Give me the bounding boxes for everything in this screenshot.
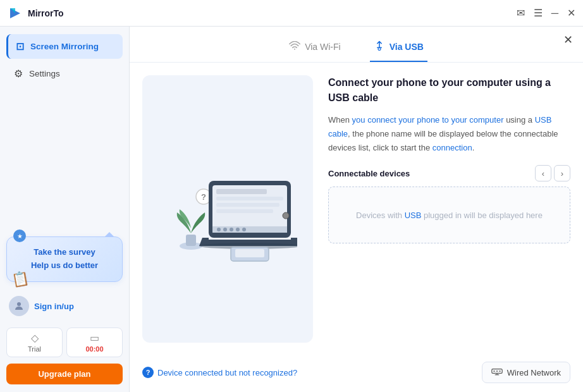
survey-deco-icon: 📋 [11, 270, 30, 289]
svg-point-21 [283, 212, 289, 219]
content-close-button[interactable]: ✕ [563, 34, 573, 46]
usb-illustration: ? [158, 152, 297, 266]
mail-icon[interactable]: ✉ [517, 8, 525, 18]
wired-network-button[interactable]: Wired Network [482, 362, 570, 383]
timer-value: 00:00 [85, 345, 103, 353]
tabs-bar: Via Wi-Fi Via USB ✕ [130, 27, 583, 63]
svg-rect-27 [496, 371, 498, 372]
sidebar-item-settings-label: Settings [29, 69, 60, 78]
tab-wifi[interactable]: Via Wi-Fi [285, 36, 345, 61]
timer-stat-box: ▭ 00:00 [66, 328, 123, 357]
svg-point-18 [230, 228, 233, 231]
not-recognized-link[interactable]: ? Device connected but not recognized? [142, 367, 297, 378]
connectable-label: Connectable devices [328, 169, 535, 178]
device-list: Devices with USB plugged in will be disp… [328, 187, 570, 243]
svg-rect-13 [216, 203, 279, 207]
wifi-icon [289, 41, 300, 52]
screen-mirroring-icon: ⊡ [16, 40, 24, 52]
svg-point-19 [236, 228, 240, 231]
survey-line1: Take the survey [34, 247, 95, 257]
tab-usb[interactable]: Via USB [370, 35, 427, 62]
prev-device-button[interactable]: ‹ [535, 165, 551, 181]
svg-rect-12 [216, 197, 283, 200]
svg-rect-6 [186, 235, 196, 246]
sidebar-item-screen-mirroring[interactable]: ⊡ Screen Mirroring [6, 34, 123, 59]
highlight-connect: you connect your phone to your computer [352, 115, 504, 125]
close-icon[interactable]: ✕ [567, 8, 575, 18]
sidebar-item-settings[interactable]: ⚙ Settings [6, 61, 123, 86]
survey-star-icon: ★ [13, 230, 26, 242]
tab-wifi-label: Via Wi-Fi [305, 42, 341, 52]
help-icon: ? [142, 367, 154, 378]
svg-rect-28 [499, 371, 500, 372]
connectable-header: Connectable devices ‹ › [328, 165, 570, 181]
upgrade-button[interactable]: Upgrade plan [6, 364, 123, 384]
tab-usb-label: Via USB [390, 42, 424, 52]
sign-in-label: Sign in/up [34, 302, 74, 311]
diamond-icon: ◇ [31, 332, 39, 344]
window-controls: ✉ ☰ ─ ✕ [517, 8, 575, 18]
next-device-button[interactable]: › [554, 165, 570, 181]
survey-card[interactable]: ★ Take the survey Help us do better 📋 [6, 236, 123, 282]
sidebar-bottom: ★ Take the survey Help us do better 📋 Si… [0, 229, 129, 392]
sidebar-item-screen-mirroring-label: Screen Mirroring [30, 42, 99, 51]
right-panel: Connect your phone to your computer usin… [328, 75, 570, 343]
survey-text: Take the survey Help us do better [16, 246, 113, 273]
svg-rect-26 [493, 371, 494, 372]
svg-point-17 [223, 228, 227, 231]
svg-rect-24 [235, 249, 264, 257]
titlebar: MirrorTo ✉ ☰ ─ ✕ [0, 0, 583, 27]
minimize-icon[interactable]: ─ [551, 8, 558, 18]
svg-rect-14 [216, 209, 273, 213]
menu-icon[interactable]: ☰ [534, 8, 543, 18]
usb-highlight: USB [405, 211, 422, 220]
survey-line2: Help us do better [31, 260, 98, 270]
svg-point-4 [378, 48, 381, 51]
wired-network-label: Wired Network [507, 368, 561, 377]
not-recognized-text: Device connected but not recognized? [157, 368, 297, 377]
highlight-connection: connection [433, 143, 472, 152]
svg-point-16 [217, 228, 221, 231]
device-placeholder: Devices with USB plugged in will be disp… [356, 211, 543, 220]
connect-title: Connect your phone to your computer usin… [328, 75, 570, 106]
wired-network-icon [491, 367, 503, 378]
app-name: MirrorTo [28, 8, 64, 18]
svg-point-2 [17, 302, 21, 306]
trial-label: Trial [28, 345, 41, 353]
usb-icon [374, 40, 385, 53]
content-footer: ? Device connected but not recognized? W… [130, 355, 583, 392]
screen-icon: ▭ [90, 332, 99, 344]
svg-point-20 [242, 228, 246, 231]
illustration-area: ? [142, 75, 313, 343]
svg-text:?: ? [201, 192, 206, 202]
svg-point-3 [294, 49, 295, 50]
nav-arrows: ‹ › [535, 165, 570, 181]
sidebar-nav: ⊡ Screen Mirroring ⚙ Settings [0, 27, 129, 89]
svg-rect-11 [216, 189, 267, 194]
app-logo: MirrorTo [8, 6, 64, 21]
connect-desc: When you connect your phone to your comp… [328, 113, 570, 155]
content-area: ? [130, 63, 583, 355]
sign-in-avatar [9, 296, 29, 316]
trial-stat-box: ◇ Trial [6, 328, 63, 357]
app-logo-icon [8, 6, 23, 21]
app-body: ⊡ Screen Mirroring ⚙ Settings ★ Take the… [0, 27, 583, 392]
sidebar: ⊡ Screen Mirroring ⚙ Settings ★ Take the… [0, 27, 130, 392]
settings-icon: ⚙ [14, 68, 23, 80]
stats-row: ◇ Trial ▭ 00:00 [6, 328, 123, 357]
main-content: Via Wi-Fi Via USB ✕ [130, 27, 583, 392]
sign-in-row[interactable]: Sign in/up [6, 291, 123, 321]
